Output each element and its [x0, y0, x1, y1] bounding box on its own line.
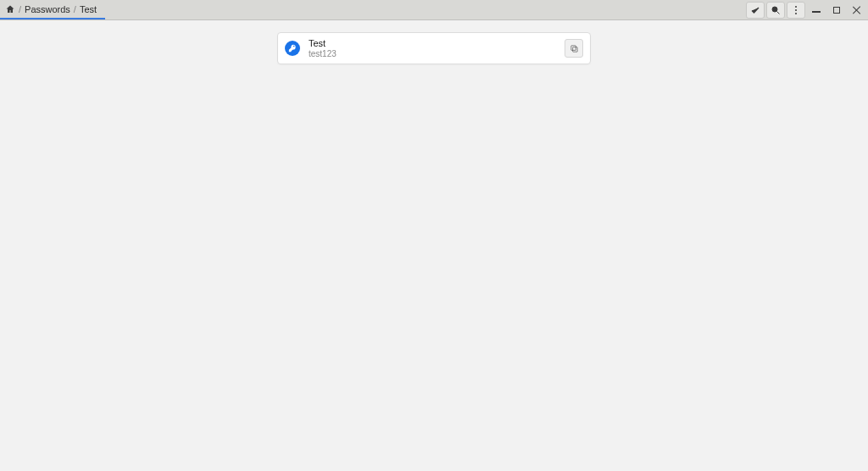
password-entry-card[interactable]: Test test123: [277, 32, 591, 64]
window-close-button[interactable]: [848, 2, 866, 19]
search-button[interactable]: [766, 2, 785, 19]
breadcrumb-separator: /: [19, 4, 21, 14]
home-icon: [5, 4, 15, 14]
header-actions: [746, 0, 868, 19]
svg-rect-3: [570, 45, 576, 50]
entry-title: Test: [309, 38, 556, 49]
copy-icon: [570, 44, 579, 53]
breadcrumb-separator: /: [74, 4, 76, 14]
minimize-icon: [812, 11, 821, 13]
window-maximize-button[interactable]: [827, 2, 846, 19]
close-icon: [853, 6, 861, 14]
entry-username: test123: [309, 49, 556, 59]
breadcrumb-item[interactable]: Test: [80, 4, 97, 14]
confirm-button[interactable]: [746, 2, 765, 19]
main-content: Test test123: [0, 20, 868, 64]
copy-button[interactable]: [565, 39, 583, 58]
breadcrumb[interactable]: / Passwords / Test: [0, 0, 105, 19]
more-menu-button[interactable]: [787, 2, 805, 19]
svg-rect-2: [572, 47, 577, 52]
breadcrumb-section[interactable]: Passwords: [25, 4, 70, 14]
maximize-icon: [833, 7, 840, 14]
svg-point-0: [772, 7, 777, 12]
key-icon: [285, 41, 300, 56]
header-bar: / Passwords / Test: [0, 0, 868, 20]
kebab-menu-icon: [795, 6, 797, 14]
svg-line-1: [777, 11, 780, 14]
entry-text: Test test123: [309, 38, 556, 58]
window-minimize-button[interactable]: [807, 2, 826, 19]
